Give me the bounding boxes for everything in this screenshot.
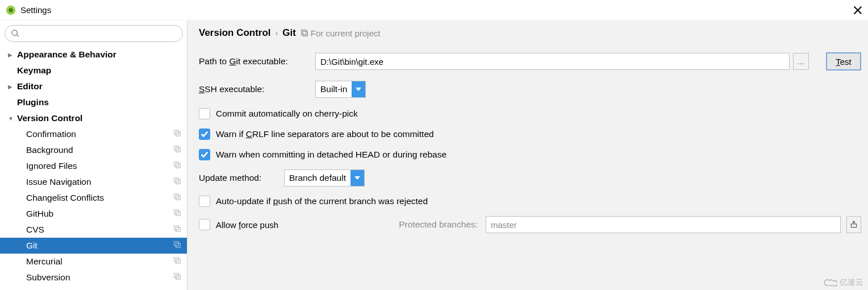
- auto-update-label: Auto-update if push of the current branc…: [216, 196, 428, 206]
- commit-auto-label: Commit automatically on cherry-pick: [216, 109, 358, 119]
- sidebar-item-label: Changelist Conflicts: [26, 193, 173, 203]
- chevron-down-icon: [350, 170, 364, 186]
- row-force-push: Allow force push Protected branches:: [199, 216, 861, 233]
- sidebar-item-label: Git: [26, 241, 173, 251]
- sidebar-item-cvs[interactable]: CVS: [0, 222, 187, 238]
- sidebar-item-background[interactable]: Background: [0, 142, 187, 158]
- svg-rect-4: [174, 146, 179, 151]
- expand-button[interactable]: [846, 216, 861, 233]
- close-icon[interactable]: [853, 6, 862, 15]
- watermark-icon: [823, 278, 837, 287]
- commit-auto-checkbox[interactable]: [199, 108, 210, 119]
- breadcrumb: Version Control › Git For current projec…: [199, 27, 861, 39]
- sidebar-item-label: Ignored Files: [26, 161, 173, 171]
- scope-icon: [173, 129, 181, 139]
- update-method-label: Update method:: [199, 173, 284, 183]
- sidebar-item-label: GitHub: [26, 209, 173, 219]
- sidebar-item-label: Mercurial: [26, 256, 173, 267]
- auto-update-checkbox[interactable]: [199, 196, 210, 207]
- sidebar-item-ignored-files[interactable]: Ignored Files: [0, 158, 187, 174]
- sidebar-item-label: Appearance & Behavior: [17, 49, 181, 60]
- svg-rect-6: [174, 162, 179, 167]
- svg-rect-3: [176, 132, 181, 136]
- svg-rect-14: [174, 226, 179, 230]
- svg-point-1: [9, 8, 13, 13]
- ssh-select[interactable]: Built-in: [315, 81, 366, 98]
- search-input[interactable]: [23, 29, 177, 38]
- row-auto-update: Auto-update if push of the current branc…: [199, 196, 861, 207]
- update-method-select[interactable]: Branch default: [284, 169, 365, 187]
- svg-rect-19: [176, 259, 181, 264]
- caret-icon: ▶: [8, 84, 15, 90]
- svg-rect-17: [176, 243, 181, 248]
- svg-rect-24: [851, 224, 856, 227]
- breadcrumb-sep: ›: [276, 28, 278, 38]
- sidebar: ▶Appearance & BehaviorKeymap▶EditorPlugi…: [0, 20, 187, 290]
- scope-icon: [173, 193, 181, 203]
- row-update-method: Update method: Branch default: [199, 169, 861, 187]
- svg-rect-22: [302, 30, 306, 35]
- git-path-input[interactable]: [315, 53, 790, 70]
- chevron-down-icon: [352, 81, 365, 97]
- browse-button[interactable]: …: [793, 53, 809, 70]
- sidebar-item-label: Plugins: [17, 97, 181, 107]
- settings-content: Version Control › Git For current projec…: [187, 20, 868, 290]
- sidebar-item-plugins[interactable]: Plugins: [0, 94, 187, 110]
- svg-rect-12: [174, 210, 179, 214]
- settings-tree: ▶Appearance & BehaviorKeymap▶EditorPlugi…: [0, 47, 187, 285]
- sidebar-item-appearance-behavior[interactable]: ▶Appearance & Behavior: [0, 47, 187, 63]
- svg-rect-8: [174, 178, 179, 183]
- svg-rect-11: [176, 196, 181, 200]
- watermark: 亿速云: [823, 277, 863, 288]
- sidebar-item-editor[interactable]: ▶Editor: [0, 78, 187, 94]
- sidebar-item-keymap[interactable]: Keymap: [0, 63, 187, 78]
- row-git-path: Path to Git executable: … Test: [199, 52, 861, 71]
- svg-rect-2: [174, 130, 179, 135]
- expand-icon: [850, 221, 858, 229]
- breadcrumb-seg-1: Version Control: [199, 27, 271, 39]
- git-path-label: Path to Git executable:: [199, 56, 315, 67]
- search-box[interactable]: [5, 25, 183, 42]
- scope-icon: [173, 177, 181, 187]
- svg-rect-9: [176, 180, 181, 184]
- svg-rect-16: [174, 242, 179, 246]
- sidebar-item-git[interactable]: Git: [0, 238, 187, 254]
- scope-icon: [173, 256, 181, 267]
- row-detached-warn: Warn when committing in detached HEAD or…: [199, 149, 861, 160]
- detached-warn-checkbox[interactable]: [199, 149, 210, 160]
- crlf-warn-label: Warn if CRLF line separators are about t…: [216, 129, 434, 139]
- svg-rect-23: [303, 31, 307, 36]
- sidebar-item-version-control[interactable]: ▼Version Control: [0, 110, 187, 126]
- sidebar-item-label: Keymap: [17, 65, 181, 76]
- sidebar-item-github[interactable]: GitHub: [0, 206, 187, 222]
- sidebar-item-subversion[interactable]: Subversion: [0, 270, 187, 285]
- sidebar-item-label: Editor: [17, 81, 181, 92]
- force-push-checkbox[interactable]: [199, 219, 210, 230]
- crlf-warn-checkbox[interactable]: [199, 129, 210, 140]
- app-icon: [6, 5, 16, 15]
- sidebar-item-issue-navigation[interactable]: Issue Navigation: [0, 174, 187, 190]
- svg-rect-13: [176, 212, 181, 216]
- sidebar-item-label: Issue Navigation: [26, 177, 173, 187]
- scope-icon: [173, 161, 181, 171]
- sidebar-item-label: CVS: [26, 225, 173, 235]
- force-push-label: Allow force push: [216, 220, 278, 230]
- search-icon: [11, 29, 20, 38]
- scope-icon: [173, 241, 181, 251]
- sidebar-item-label: Background: [26, 145, 173, 155]
- sidebar-item-label: Confirmation: [26, 129, 173, 139]
- svg-rect-18: [174, 258, 179, 262]
- sidebar-item-changelist-conflicts[interactable]: Changelist Conflicts: [0, 190, 187, 206]
- scope-icon: [173, 225, 181, 235]
- svg-rect-20: [174, 274, 179, 278]
- row-crlf-warn: Warn if CRLF line separators are about t…: [199, 129, 861, 140]
- svg-rect-5: [176, 148, 181, 152]
- protected-branches-label: Protected branches:: [399, 219, 478, 230]
- test-button[interactable]: Test: [826, 52, 861, 71]
- sidebar-item-mercurial[interactable]: Mercurial: [0, 254, 187, 270]
- titlebar: Settings: [0, 0, 868, 20]
- scope-icon: [301, 29, 308, 37]
- caret-icon: ▶: [8, 52, 15, 58]
- svg-rect-10: [174, 194, 179, 198]
- sidebar-item-confirmation[interactable]: Confirmation: [0, 126, 187, 142]
